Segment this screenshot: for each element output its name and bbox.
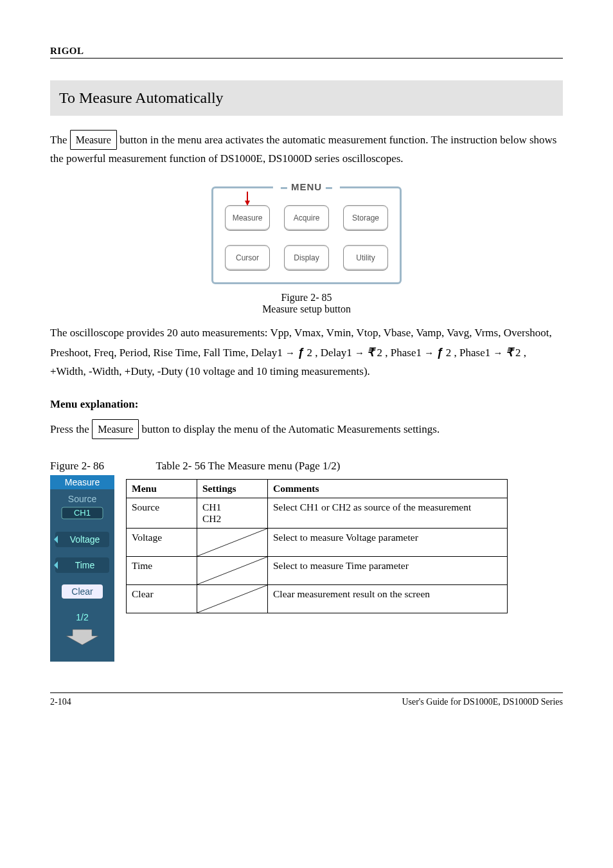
table-row: Time Select to measure Time parameter (127, 556, 508, 584)
lower-block: Measure Source CH1 Voltage Time Clear 1/… (50, 475, 563, 662)
arrow-icon: → (424, 347, 434, 358)
table-header-row: Menu Settings Comments (127, 479, 508, 498)
cell-settings-1-diag (197, 528, 268, 556)
brand-label: RIGOL (50, 46, 84, 56)
osd-voltage: Voltage (70, 534, 100, 545)
th-settings: Settings (197, 479, 268, 498)
cell-menu-0: Source (127, 498, 197, 528)
cell-settings-2-diag (197, 556, 268, 584)
menu-utility-label: Utility (356, 253, 375, 262)
cell-menu-2: Time (127, 556, 197, 584)
menu-acquire-button[interactable]: Acquire (284, 205, 329, 231)
menu-row-1: Measure Acquire Storage (225, 205, 388, 231)
menu-row-2: Cursor Display Utility (225, 245, 388, 271)
rising-edge-icon: ƒ (298, 346, 304, 359)
osd-screenshot: Measure Source CH1 Voltage Time Clear 1/… (50, 475, 114, 662)
intro-2c: , Delay1 (315, 347, 352, 359)
osd-source-value: CH1 (74, 508, 91, 518)
menu-display-button[interactable]: Display (284, 245, 329, 271)
table-row: Clear Clear measurement result on the sc… (127, 584, 508, 613)
osd-source-label: Source (68, 494, 97, 504)
cell-comments-3: Clear measurement result on the screen (268, 584, 508, 613)
th-menu: Menu (127, 479, 197, 498)
menu-acquire-label: Acquire (294, 213, 320, 222)
intro-paragraph-1: The Measure button in the menu area acti… (50, 130, 563, 168)
menu-measure-button[interactable]: Measure (225, 205, 270, 231)
intro-1a: The (50, 134, 67, 146)
menu-cursor-label: Cursor (236, 253, 259, 262)
table-row: Source CH1 CH2 Select CH1 or CH2 as sour… (127, 498, 508, 528)
page-footer: 2-104 User's Guide for DS1000E, DS1000D … (50, 692, 563, 707)
menu-panel-label: MENU (273, 181, 340, 192)
menu-explanation-title: Menu explanation: (50, 395, 563, 414)
table-caption: Figure 2- 86 Table 2- 56 The Measure men… (50, 460, 563, 473)
arrow-icon: → (355, 347, 364, 358)
measure-hardkey: Measure (70, 130, 117, 150)
svg-marker-1 (245, 201, 250, 206)
cell-settings-3-diag (197, 584, 268, 613)
menu-storage-label: Storage (352, 213, 379, 222)
arrow-icon: → (285, 347, 295, 358)
figure-caption: Figure 2- 85 Measure setup button (50, 292, 563, 315)
rising-edge-icon: ƒ (437, 346, 443, 359)
intro-2f2: , Phase1 (454, 347, 491, 359)
footer-doc: User's Guide for DS1000E, DS1000D Series (402, 697, 563, 707)
menu-display-label: Display (294, 253, 319, 262)
osd-page: 1/2 (76, 612, 89, 622)
measure-menu-table: Menu Settings Comments Source CH1 CH2 Se… (126, 479, 508, 613)
falling-edge-icon: ₹ (506, 346, 513, 359)
cell-menu-1: Voltage (127, 528, 197, 556)
osd-title: Measure (65, 477, 100, 487)
svg-line-11 (197, 529, 267, 556)
intro-paragraph-2: The oscilloscope provides 20 auto measur… (50, 324, 563, 381)
menu-figure: MENU Measure Acquire Storage Cursor Disp… (50, 186, 563, 315)
menu-cursor-button[interactable]: Cursor (225, 245, 270, 271)
menu-storage-button[interactable]: Storage (343, 205, 388, 231)
intro-2g: 2 (515, 347, 521, 359)
arrow-icon: → (493, 347, 502, 358)
menu-explanation-body: Press the Measure button to display the … (50, 419, 563, 439)
menu-expl-b: button to display the menu of the Automa… (142, 423, 440, 435)
measure-hardkey-2: Measure (92, 419, 139, 439)
cell-comments-1: Select to measure Voltage parameter (268, 528, 508, 556)
falling-edge-icon: ₹ (367, 346, 374, 359)
cell-comments-2: Select to measure Time parameter (268, 556, 508, 584)
intro-2b: 2 (307, 347, 313, 359)
intro-1b: button in the menu area activates the au… (50, 134, 556, 165)
intro-2f: 2 (446, 347, 452, 359)
cell-comments-0: Select CH1 or CH2 as source of the measu… (268, 498, 508, 528)
osd-time: Time (75, 560, 95, 570)
menu-explanation-title-text: Menu explanation: (50, 398, 138, 410)
menu-expl-a: Press the (50, 423, 89, 435)
osd-clear: Clear (71, 586, 93, 597)
intro-2e: , Phase1 (385, 347, 422, 359)
menu-utility-button[interactable]: Utility (343, 245, 388, 271)
menu-measure-label: Measure (233, 213, 263, 222)
svg-line-13 (197, 585, 267, 613)
svg-line-12 (197, 557, 267, 584)
footer-pageno: 2-104 (50, 697, 71, 707)
cell-settings-0: CH1 CH2 (197, 498, 268, 528)
figure-caption-text: Measure setup button (262, 303, 351, 314)
cell-menu-3: Clear (127, 584, 197, 613)
intro-2d: 2 (377, 347, 383, 359)
page-header: RIGOL (50, 45, 563, 59)
table-caption-fig: Figure 2- 86 (50, 460, 104, 472)
arrow-pointer-icon (244, 192, 251, 206)
table-row: Voltage Select to measure Voltage parame… (127, 528, 508, 556)
menu-panel: MENU Measure Acquire Storage Cursor Disp… (211, 186, 402, 284)
section-title: To Measure Automatically (50, 80, 563, 116)
table-caption-tbl: Table 2- 56 The Measure menu (Page 1/2) (156, 460, 341, 472)
th-comments: Comments (268, 479, 508, 498)
figure-caption-num: Figure 2- 85 (281, 292, 332, 303)
